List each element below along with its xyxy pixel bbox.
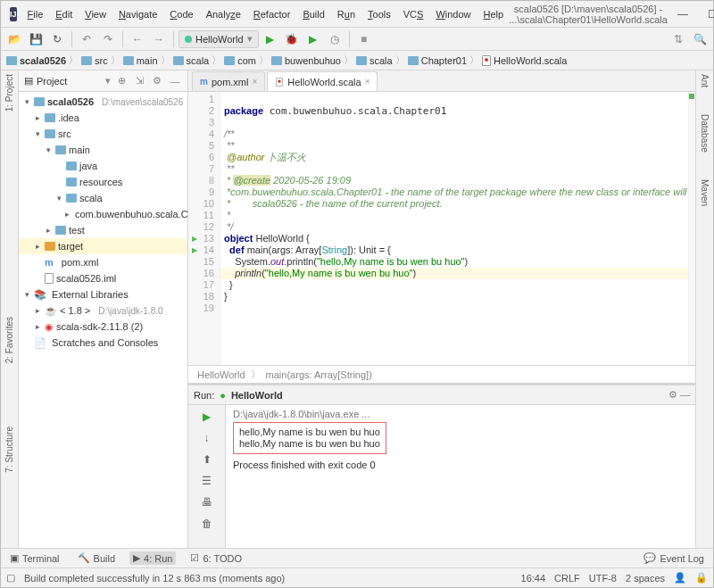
tool-database[interactable]: Database <box>700 114 710 153</box>
layout-icon[interactable]: ☰ <box>198 473 216 489</box>
tool-run[interactable]: ▶ 4: Run <box>129 551 176 565</box>
menu-vcs[interactable]: VCS <box>398 5 429 23</box>
tree-target[interactable]: ▸target <box>19 238 187 254</box>
nav-forward-icon[interactable]: → <box>149 29 169 49</box>
tree-scala-sdk[interactable]: ▸◉scala-sdk-2.11.8 (2) <box>19 319 187 335</box>
tree-iml[interactable]: scala0526.iml <box>19 270 187 286</box>
nav-back-icon[interactable]: ← <box>128 29 147 49</box>
debug-button[interactable]: 🐞 <box>282 29 302 49</box>
run-settings-icon[interactable]: ⚙ ― <box>668 389 690 401</box>
menu-view[interactable]: View <box>79 5 112 23</box>
run-button[interactable]: ▶ <box>261 29 280 49</box>
close-icon[interactable]: × <box>365 77 370 87</box>
tree-src[interactable]: ▾src <box>19 126 187 142</box>
crumb-chapter[interactable]: Chapter01 <box>408 55 467 66</box>
refresh-icon[interactable]: ↻ <box>47 29 67 49</box>
status-toggle-icon[interactable]: ▢ <box>6 572 15 584</box>
run-config-selector[interactable]: HelloWorld ▾ <box>178 30 259 48</box>
window-maximize[interactable]: ☐ <box>698 4 714 24</box>
crumb-class[interactable]: HelloWorld <box>197 369 245 380</box>
save-icon[interactable]: 💾 <box>26 29 46 49</box>
code-editor[interactable]: package com.buwenbuhuo.scala.Chapter01 /… <box>220 92 695 365</box>
crumb-file[interactable]: HelloWorld.scala <box>482 55 567 66</box>
run-config-name[interactable]: HelloWorld <box>231 390 283 401</box>
tab-pom[interactable]: mpom.xml× <box>192 71 265 91</box>
project-hide-icon[interactable]: ― <box>168 74 182 88</box>
menu-build[interactable]: Build <box>297 5 329 23</box>
search-icon[interactable]: 🔍 <box>690 29 710 49</box>
menu-navigate[interactable]: Navigate <box>113 5 162 23</box>
tool-project[interactable]: 1: Project <box>4 74 14 112</box>
tab-helloworld[interactable]: HelloWorld.scala× <box>267 71 378 91</box>
close-icon[interactable]: × <box>252 77 257 87</box>
tool-terminal[interactable]: ▣ Terminal <box>6 551 63 565</box>
editor-breadcrumb: HelloWorld 〉 main(args: Array[String]) <box>188 365 695 383</box>
crumb-com[interactable]: com <box>224 55 256 66</box>
project-collapse-icon[interactable]: ⇲ <box>132 74 146 88</box>
tree-scala-folder[interactable]: ▾scala <box>19 190 187 206</box>
tree-pom[interactable]: m pom.xml <box>19 254 187 270</box>
tool-todo[interactable]: ☑ 6: TODO <box>187 551 245 565</box>
crumb-pkg1[interactable]: buwenbuhuo <box>271 55 341 66</box>
tree-idea[interactable]: ▸.idea <box>19 110 187 126</box>
status-line-sep[interactable]: CRLF <box>554 573 580 584</box>
redo-icon[interactable]: ↷ <box>98 29 118 49</box>
crumb-pkg2[interactable]: scala <box>356 55 393 66</box>
tool-structure[interactable]: 7: Structure <box>4 427 14 473</box>
project-gear-icon[interactable]: ⚙ <box>150 74 164 88</box>
status-inspect-icon[interactable]: 👤 <box>674 572 686 584</box>
menu-tools[interactable]: Tools <box>362 5 396 23</box>
crumb-src[interactable]: src <box>81 55 108 66</box>
crumb-scala[interactable]: scala <box>173 55 210 66</box>
menu-run[interactable]: Run <box>332 5 361 23</box>
crumb-main[interactable]: main <box>123 55 158 66</box>
clear-icon[interactable]: 🗑 <box>198 516 216 532</box>
window-minimize[interactable]: ― <box>668 4 698 24</box>
coverage-button[interactable]: ▶ <box>303 29 323 49</box>
crumb-method[interactable]: main(args: Array[String]) <box>266 369 372 380</box>
tree-test[interactable]: ▸test <box>19 222 187 238</box>
line-gutter[interactable]: 123456789101112 13141516171819 <box>188 92 220 365</box>
editor-area[interactable]: 123456789101112 13141516171819 package c… <box>188 92 695 365</box>
menu-refactor[interactable]: Refactor <box>248 5 296 23</box>
crumb-root[interactable]: scala0526 <box>6 55 66 66</box>
left-tool-strip: 1: Project 2: Favorites 7: Structure <box>1 70 19 548</box>
undo-icon[interactable]: ↶ <box>77 29 96 49</box>
tree-java[interactable]: java <box>19 158 187 174</box>
tree-ext-libs[interactable]: ▾📚 External Libraries <box>19 286 187 302</box>
menu-file[interactable]: File <box>22 5 49 23</box>
print-icon[interactable]: 🖶 <box>198 494 216 510</box>
project-tree[interactable]: ▾scala0526 D:\maven\scala0526 ▸.idea ▾sr… <box>19 92 187 548</box>
tree-package[interactable]: ▸com.buwenbuhuo.scala.Chapte <box>19 206 187 222</box>
menu-help[interactable]: Help <box>478 5 510 23</box>
vcs-icon[interactable]: ⇅ <box>668 29 688 49</box>
tool-ant[interactable]: Ant <box>700 74 710 87</box>
tool-favorites[interactable]: 2: Favorites <box>4 317 14 363</box>
menu-window[interactable]: Window <box>430 5 476 23</box>
status-indent[interactable]: 2 spaces <box>626 573 665 584</box>
open-icon[interactable]: 📂 <box>4 29 24 49</box>
menu-code[interactable]: Code <box>164 5 198 23</box>
tree-root[interactable]: ▾scala0526 D:\maven\scala0526 <box>19 94 187 110</box>
profile-button[interactable]: ◷ <box>325 29 345 49</box>
stop-icon[interactable]: ↓ <box>198 430 216 446</box>
stop-button[interactable]: ■ <box>354 29 374 49</box>
project-settings-icon[interactable]: ⊕ <box>114 74 129 88</box>
project-header-label[interactable]: Project <box>37 76 102 87</box>
tree-main[interactable]: ▾main <box>19 142 187 158</box>
lock-icon[interactable]: 🔒 <box>695 572 708 584</box>
tool-eventlog[interactable]: 💬 Event Log <box>640 551 708 565</box>
status-encoding[interactable]: UTF-8 <box>589 573 617 584</box>
rerun-icon[interactable]: ▶ <box>198 409 216 425</box>
tree-scratches[interactable]: 📄 Scratches and Consoles <box>19 335 187 351</box>
status-caret-pos[interactable]: 16:44 <box>521 573 546 584</box>
tool-maven[interactable]: Maven <box>700 179 710 206</box>
run-console[interactable]: D:\java\jdk-1.8.0\bin\java.exe ... hello… <box>226 405 695 548</box>
menu-analyze[interactable]: Analyze <box>201 5 246 23</box>
inspection-strip[interactable] <box>688 92 695 365</box>
tree-resources[interactable]: resources <box>19 174 187 190</box>
tool-build[interactable]: 🔨 Build <box>74 551 119 565</box>
menu-edit[interactable]: Edit <box>50 5 78 23</box>
up-stack-icon[interactable]: ⬆ <box>198 451 216 468</box>
tree-jdk[interactable]: ▸☕< 1.8 > D:\java\jdk-1.8.0 <box>19 302 187 319</box>
